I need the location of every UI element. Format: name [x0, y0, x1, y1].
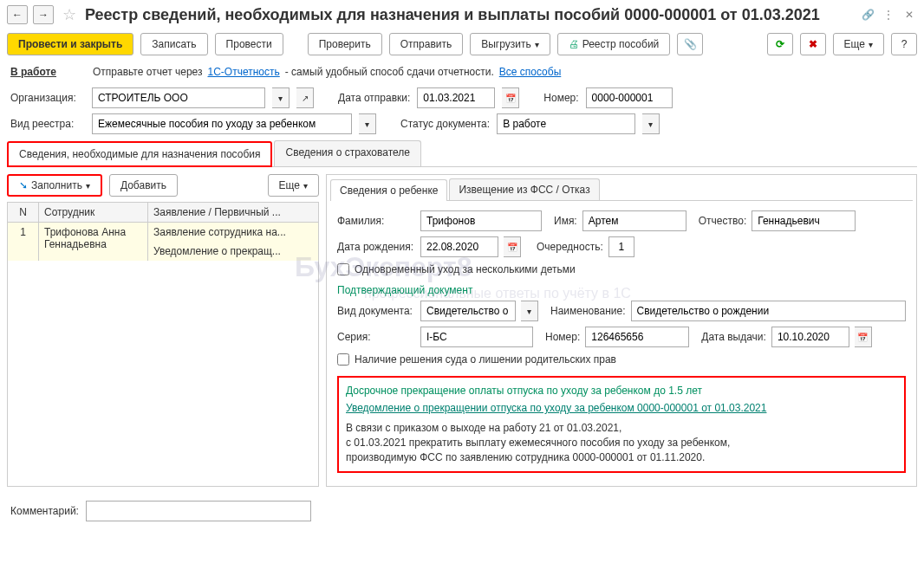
simultaneous-label: Одновременный уход за несколькими детьми [355, 263, 576, 275]
birthdate-input[interactable] [420, 236, 498, 257]
row-num: 1 [8, 223, 39, 261]
simultaneous-checkbox[interactable] [337, 263, 349, 275]
registry-type-dropdown[interactable]: ▾ [359, 113, 376, 134]
export-button[interactable]: Выгрузить [470, 33, 550, 55]
org-label: Организация: [10, 92, 85, 104]
close-icon[interactable]: ✕ [901, 7, 917, 23]
post-button[interactable]: Провести [215, 33, 283, 55]
tab-details[interactable]: Сведения, необходимые для назначения пос… [7, 141, 272, 167]
court-decision-checkbox[interactable] [337, 353, 349, 366]
all-methods-link[interactable]: Все способы [499, 66, 562, 78]
col-employee[interactable]: Сотрудник [39, 203, 148, 222]
patronymic-input[interactable] [752, 210, 856, 231]
help-button[interactable]: ? [891, 33, 917, 55]
patronymic-label: Отчество: [699, 215, 747, 227]
table-row[interactable]: 1 Трифонова Анна Геннадьевна Заявление с… [8, 223, 318, 261]
registry-type-input[interactable] [92, 113, 352, 134]
comment-input[interactable] [86, 501, 311, 521]
lastname-label: Фамилия: [337, 215, 415, 227]
printer-icon: 🖨 [569, 38, 579, 50]
row-doc2: Уведомление о прекращ... [153, 245, 313, 257]
attach-button[interactable]: 📎 [677, 33, 703, 55]
refresh-icon: ⟳ [776, 38, 784, 50]
firstname-input[interactable] [582, 210, 686, 231]
birthdate-picker[interactable]: 📅 [504, 236, 521, 257]
row-employee: Трифонова Анна Геннадьевна [39, 223, 148, 261]
early-term-title: Досрочное прекращение оплаты отпуска по … [346, 385, 897, 397]
doc-status-dropdown[interactable]: ▾ [642, 113, 660, 134]
lastname-input[interactable] [420, 210, 542, 231]
birthdate-label: Дата рождения: [337, 241, 415, 253]
org-input[interactable] [92, 87, 265, 108]
row-doc1: Заявление сотрудника на... [153, 226, 313, 238]
star-icon[interactable]: ☆ [62, 5, 76, 24]
tab-insurer[interactable]: Сведения о страхователе [274, 140, 421, 166]
order-label: Очередность: [537, 241, 603, 253]
paperclip-icon: 📎 [684, 38, 697, 50]
registry-button[interactable]: 🖨Реестр пособий [557, 33, 671, 55]
doc-type-label: Вид документа: [337, 305, 415, 317]
org-open[interactable]: ↗ [296, 87, 314, 108]
series-input[interactable] [420, 327, 533, 347]
info-text2: - самый удобный способ сдачи отчетности. [285, 66, 494, 78]
docnum-input[interactable] [585, 327, 689, 347]
date-picker[interactable]: 📅 [502, 87, 519, 108]
inner-tab-child[interactable]: Сведения о ребенке [330, 179, 447, 201]
send-button[interactable]: Отправить [389, 33, 464, 55]
col-document[interactable]: Заявление / Первичный ... [148, 203, 318, 222]
more-button[interactable]: Еще [833, 33, 884, 55]
reporting-link[interactable]: 1С-Отчетность [208, 66, 280, 78]
save-button[interactable]: Записать [140, 33, 207, 55]
number-input[interactable] [586, 87, 673, 108]
cancel-button[interactable]: ✖ [800, 33, 826, 55]
issue-date-label: Дата выдачи: [701, 331, 766, 343]
post-close-button[interactable]: Провести и закрыть [7, 33, 133, 55]
kebab-icon[interactable]: ⋮ [881, 7, 896, 23]
cancel-icon: ✖ [809, 38, 817, 50]
number-label: Номер: [543, 92, 578, 104]
doc-type-input[interactable] [420, 301, 516, 321]
firstname-label: Имя: [554, 215, 577, 227]
send-date-label: Дата отправки: [338, 92, 410, 104]
link-icon[interactable]: 🔗 [860, 7, 875, 23]
confirm-doc-title: Подтверждающий документ [330, 279, 913, 298]
inner-tab-fss[interactable]: Извещение из ФСС / Отказ [449, 178, 599, 200]
add-button[interactable]: Добавить [109, 174, 178, 197]
early-termination-box: Досрочное прекращение оплаты отпуска по … [337, 376, 906, 473]
employees-table: N Сотрудник Заявление / Первичный ... 1 … [7, 202, 319, 487]
fill-button[interactable]: ➘Заполнить▾ [7, 174, 102, 197]
order-input[interactable] [608, 236, 634, 257]
doc-name-label: Наименование: [550, 305, 626, 317]
comment-label: Комментарий: [10, 505, 79, 517]
status-link[interactable]: В работе [10, 66, 56, 78]
issue-date-picker[interactable]: 📅 [855, 327, 872, 347]
nav-forward-button[interactable]: → [33, 5, 54, 24]
refresh-button[interactable]: ⟳ [767, 33, 793, 55]
early-term-link[interactable]: Уведомление о прекращении отпуска по ухо… [346, 402, 897, 414]
fill-icon: ➘ [19, 179, 28, 191]
left-more-button[interactable]: Еще [268, 174, 319, 197]
info-text: Отправьте отчет через [93, 66, 203, 78]
issue-date-input[interactable] [771, 327, 849, 347]
help-icon: ? [901, 38, 908, 50]
nav-back-button[interactable]: ← [7, 5, 28, 24]
send-date-input[interactable] [417, 87, 495, 108]
doc-name-input[interactable] [631, 301, 906, 321]
series-label: Серия: [337, 331, 415, 343]
court-decision-label: Наличие решения суда о лишении родительс… [355, 353, 616, 366]
page-title: Реестр сведений, необходимых для назначе… [85, 6, 855, 24]
check-button[interactable]: Проверить [308, 33, 382, 55]
doc-status-input[interactable] [497, 113, 635, 134]
doc-status-label: Статус документа: [400, 118, 490, 130]
docnum-label: Номер: [545, 331, 580, 343]
doc-type-dropdown[interactable]: ▾ [521, 301, 538, 321]
registry-type-label: Вид реестра: [10, 118, 85, 130]
early-term-text: В связи с приказом о выходе на работу 21… [346, 421, 897, 464]
org-dropdown[interactable]: ▾ [272, 87, 290, 108]
col-n[interactable]: N [8, 203, 39, 222]
